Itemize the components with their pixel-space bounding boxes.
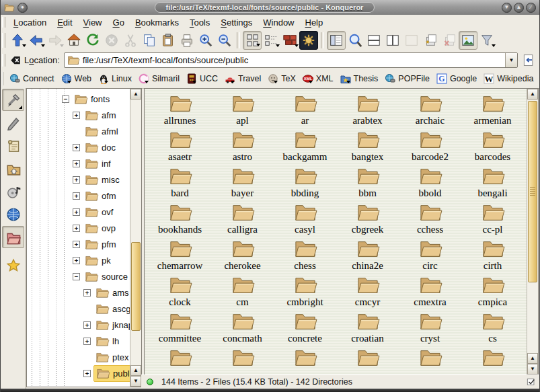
menu-settings[interactable]: Settings	[215, 16, 258, 29]
dropdown-arrow-icon[interactable]	[295, 44, 299, 49]
tree-item-source[interactable]: −source	[27, 268, 130, 284]
folder-item-cc-pl[interactable]: cc-pl	[461, 202, 524, 238]
tree-item-label[interactable]: jknappen	[112, 320, 130, 330]
folder-item-chess[interactable]: chess	[274, 238, 336, 274]
folder-item-cryst[interactable]: cryst	[399, 311, 461, 347]
folder-item-bbding[interactable]: bbding	[274, 165, 336, 202]
folder-item-bayer[interactable]: bayer	[211, 165, 274, 202]
folder-item-bbm[interactable]: bbm	[336, 165, 399, 202]
folder-item-clipped[interactable]	[399, 347, 461, 375]
bookmark-xml[interactable]: XMLXML	[299, 72, 337, 85]
menubar-grip[interactable]	[2, 17, 5, 27]
menu-window[interactable]: Window	[258, 16, 299, 29]
minimize-button[interactable]: ▼	[502, 3, 512, 13]
brick-view-mode-button[interactable]	[280, 31, 299, 50]
dropdown-arrow-icon[interactable]	[276, 44, 280, 49]
dropdown-arrow-icon[interactable]	[492, 44, 496, 49]
folder-item-cmbright[interactable]: cmbright	[274, 274, 336, 311]
clear-location-icon[interactable]	[8, 53, 23, 68]
folder-item-asaetr[interactable]: asaetr	[149, 129, 211, 165]
tree-scroll-up2-icon[interactable]: ▲	[130, 365, 141, 376]
up-button[interactable]	[8, 31, 27, 50]
folder-item-casyl[interactable]: casyl	[274, 202, 336, 238]
forward-button[interactable]	[46, 31, 65, 50]
go-button[interactable]	[520, 52, 537, 69]
folder-item-cmextra[interactable]: cmextra	[399, 274, 461, 311]
folder-item-cmpica[interactable]: cmpica	[461, 274, 524, 311]
folder-item-ar[interactable]: ar	[274, 93, 336, 129]
folder-item-cbgreek[interactable]: cbgreek	[336, 202, 399, 238]
tree-item-doc[interactable]: +doc	[27, 139, 130, 155]
tree-item-label[interactable]: ams	[112, 288, 129, 298]
titlebar[interactable]: ● file:/usr/TeX/texmf-local/fonts/source…	[1, 0, 539, 15]
folder-item-bookhands[interactable]: bookhands	[149, 202, 211, 238]
bookmark-silmaril[interactable]: Silmaril	[135, 72, 183, 85]
sidebar-button-network[interactable]	[2, 203, 24, 225]
bookmark-travel[interactable]: Travel	[221, 72, 264, 85]
sidebar-button-home-folder[interactable]	[2, 157, 24, 180]
thumbnails-button[interactable]	[459, 31, 477, 50]
new-tab-button[interactable]	[421, 31, 440, 50]
folder-item-concmath[interactable]: concmath	[211, 311, 274, 347]
find-button[interactable]	[346, 31, 364, 50]
tree-expander-plus-icon[interactable]: +	[73, 225, 80, 232]
tree-item-ovp[interactable]: +ovp	[27, 220, 130, 236]
tree-item-inf[interactable]: +inf	[27, 155, 130, 171]
tree-item-label[interactable]: afm	[102, 110, 116, 120]
bookmark-tex[interactable]: TeX	[264, 72, 299, 85]
folder-item-clipped[interactable]	[211, 347, 274, 375]
tree-expander-plus-icon[interactable]: +	[73, 241, 80, 248]
bookmark-wikipedia[interactable]: WWikipedia	[480, 72, 537, 85]
sidebar-button-services[interactable]	[2, 180, 24, 202]
tree-item-ovf[interactable]: +ovf	[27, 204, 130, 220]
folder-item-croatian[interactable]: croatian	[336, 311, 399, 347]
tree-item-label[interactable]: lh	[112, 336, 119, 346]
folder-item-barcode2[interactable]: barcode2	[399, 129, 461, 165]
iconview-scrollbar-thumb[interactable]	[528, 101, 537, 282]
filter-button[interactable]	[477, 31, 496, 50]
tree-expander-plus-icon[interactable]: +	[73, 176, 80, 184]
tree-scroll-up-icon[interactable]: ▲	[130, 89, 141, 100]
tree-item-label[interactable]: public	[113, 368, 130, 379]
tree-item-public[interactable]: +public	[27, 365, 130, 381]
tree-item-label[interactable]: ovp	[102, 223, 116, 233]
folder-item-cm[interactable]: cm	[211, 274, 274, 311]
folder-item-china2e[interactable]: china2e	[336, 238, 399, 274]
menu-bookmarks[interactable]: Bookmarks	[130, 16, 184, 29]
folder-item-clock[interactable]: clock	[149, 274, 211, 311]
folder-item-cs[interactable]: cs	[461, 311, 524, 347]
tree-expander-plus-icon[interactable]: +	[83, 370, 91, 377]
bookmarksbar-grip[interactable]	[2, 72, 3, 85]
folder-item-calligra[interactable]: calligra	[211, 202, 274, 238]
tree-expander-plus-icon[interactable]: +	[83, 338, 91, 345]
folder-item-bangtex[interactable]: bangtex	[336, 129, 399, 165]
close-button[interactable]: ⁄	[526, 3, 536, 13]
tree-item-ptex[interactable]: ptex	[27, 349, 130, 365]
sidebar-button-annotate[interactable]	[2, 112, 24, 134]
tree-item-misc[interactable]: +misc	[27, 171, 130, 188]
bookmark-ucc[interactable]: UCC	[183, 72, 221, 85]
tree-item-label[interactable]: misc	[102, 175, 120, 185]
location-input[interactable]: file:/usr/TeX/texmf-local/fonts/source/p…	[64, 52, 518, 68]
split-view-top-bottom-button[interactable]	[364, 31, 383, 50]
folder-item-archaic[interactable]: archaic	[399, 93, 461, 129]
tree-item-label[interactable]: ofm	[102, 191, 116, 201]
tree-item-ascgrp[interactable]: ascgrp	[27, 301, 130, 317]
menu-help[interactable]: Help	[300, 16, 329, 29]
zoom-out-button[interactable]	[215, 31, 234, 50]
menu-location[interactable]: Location	[8, 16, 52, 29]
bookmark-google[interactable]: GGoogle	[433, 72, 480, 85]
sticky-button[interactable]: ●	[17, 3, 28, 13]
menu-go[interactable]: Go	[108, 16, 130, 29]
tree-scrollbar-thumb[interactable]	[131, 242, 141, 331]
folder-item-barcodes[interactable]: barcodes	[461, 129, 524, 165]
iconview-scrollbar[interactable]: ▲ ▲ ▼	[527, 89, 538, 375]
window-folder-icon[interactable]	[3, 3, 15, 13]
folder-item-clipped[interactable]	[149, 347, 211, 375]
folder-item-cchess[interactable]: cchess	[399, 202, 461, 238]
paste-button[interactable]	[159, 31, 178, 50]
folder-item-astro[interactable]: astro	[211, 129, 274, 165]
list-view-mode-button[interactable]	[262, 31, 280, 50]
tree-expander-plus-icon[interactable]: +	[83, 289, 91, 297]
tree-expander-plus-icon[interactable]: +	[73, 112, 80, 119]
